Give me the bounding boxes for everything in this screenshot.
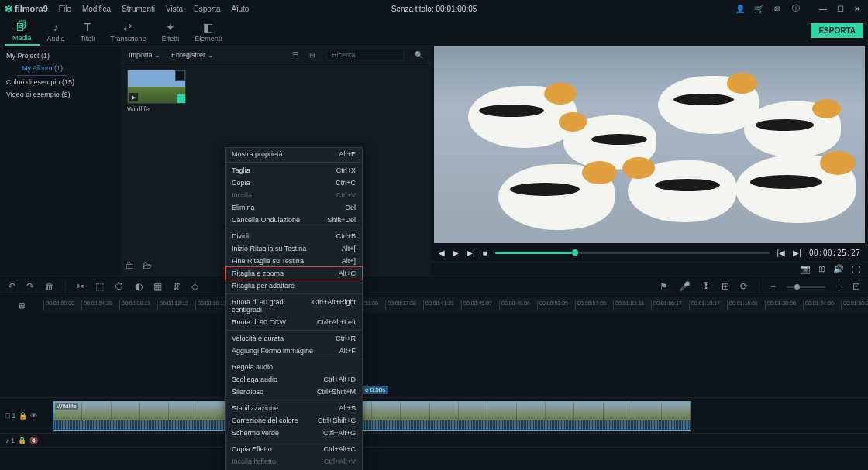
cart-icon[interactable]: 🛒 xyxy=(753,3,764,14)
marker-icon[interactable]: ⚑ xyxy=(660,281,668,292)
tab-titles[interactable]: TTitoli xyxy=(73,19,103,45)
search-icon[interactable]: 🔍 xyxy=(415,51,423,59)
context-item[interactable]: TagliaCtrl+X xyxy=(226,164,362,177)
context-item[interactable]: Fine Ritaglia su TestinaAlt+] xyxy=(226,255,362,267)
zoom-out-icon[interactable]: − xyxy=(770,281,776,292)
fullscreen-icon[interactable]: ⛶ xyxy=(852,265,860,274)
context-item[interactable]: Cancella OndulazioneShift+Del xyxy=(226,214,362,226)
delete-icon[interactable]: 🗑 xyxy=(45,281,54,292)
lock-icon[interactable]: 🔒 xyxy=(18,437,26,444)
context-item[interactable]: Aggiungi Fermo immagineAlt+F xyxy=(226,345,362,357)
new-folder-icon[interactable]: 🗀 xyxy=(126,260,135,271)
context-item[interactable]: Velocità e durataCtrl+R xyxy=(226,332,362,345)
menu-export[interactable]: Esporta xyxy=(194,5,220,13)
view-icon[interactable]: ⊞ xyxy=(722,281,729,292)
menu-edit[interactable]: Modifica xyxy=(82,5,111,13)
lock-icon[interactable]: 🔒 xyxy=(19,412,27,420)
prev-frame-button[interactable]: ◀ xyxy=(439,249,445,257)
filter-icon[interactable]: ☰ xyxy=(292,51,298,59)
context-item[interactable]: Copia EffettoCtrl+Alt+C xyxy=(226,443,362,455)
menu-tools[interactable]: Strumenti xyxy=(122,5,155,13)
menu-view[interactable]: Vista xyxy=(166,5,183,13)
redo-icon[interactable]: ↷ xyxy=(26,281,34,292)
zoom-in-icon[interactable]: + xyxy=(836,281,842,292)
sidebar-item-project[interactable]: My Project (1) xyxy=(2,50,119,62)
context-item[interactable]: Mostra proprietàAlt+E xyxy=(226,148,362,160)
tab-elements[interactable]: ◧Elementi xyxy=(187,19,229,45)
color-icon[interactable]: ◐ xyxy=(135,281,143,292)
maximize-button[interactable]: ☐ xyxy=(834,5,846,13)
export-button[interactable]: ESPORTA xyxy=(811,23,863,38)
context-item[interactable]: Ruota di 90 CCWCtrl+Alt+Left xyxy=(226,316,362,328)
zoom-slider[interactable] xyxy=(787,286,825,288)
play-button[interactable]: ▶ xyxy=(453,249,459,257)
context-item[interactable]: SilenziosoCtrl+Shift+M xyxy=(226,386,362,398)
close-button[interactable]: ✕ xyxy=(851,5,863,13)
duration-badge: e 0.50s xyxy=(362,386,388,394)
media-toolbar: Importa ⌄ Enregistrer ⌄ ☰ ⊞ 🔍 xyxy=(121,46,431,63)
sidebar-item-album[interactable]: My Album (1) xyxy=(2,62,119,75)
sidebar-item-colors[interactable]: Colori di esempio (15) xyxy=(2,76,119,88)
context-item[interactable]: DividiCtrl+B xyxy=(226,230,362,242)
context-item[interactable]: Ritaglia e zoomaAlt+C xyxy=(225,266,363,280)
keyframe-icon[interactable]: ◇ xyxy=(191,281,198,292)
next-clip-button[interactable]: ▶| xyxy=(793,249,801,257)
split-icon[interactable]: ✂ xyxy=(77,281,84,292)
context-item[interactable]: CopiaCtrl+C xyxy=(226,177,362,189)
mute-icon[interactable]: 🔇 xyxy=(29,437,38,444)
media-thumbnail[interactable]: ▶ Wildlife xyxy=(127,70,186,113)
context-item[interactable]: EliminaDel xyxy=(226,201,362,214)
stop-button[interactable]: ■ xyxy=(483,249,487,257)
mixer-icon[interactable]: 🎛 xyxy=(701,281,711,292)
search-input[interactable] xyxy=(326,50,404,60)
timeline-settings-icon[interactable]: ⊞ xyxy=(0,297,43,313)
video-clip[interactable]: Wildlife xyxy=(53,401,691,431)
mic-icon[interactable]: 🎤 xyxy=(679,281,691,292)
render-icon[interactable]: ⟳ xyxy=(740,281,748,292)
context-menu: Mostra proprietàAlt+ETagliaCtrl+XCopiaCt… xyxy=(225,147,363,470)
context-item[interactable]: Inizio Ritaglia su TestinaAlt+[ xyxy=(226,242,362,255)
notification-icon[interactable]: ✉ xyxy=(772,3,783,14)
context-item[interactable]: Scollega audioCtrl+Alt+D xyxy=(226,373,362,386)
tab-effects[interactable]: ✦Effetti xyxy=(153,19,187,45)
preview-video[interactable] xyxy=(434,46,865,243)
eye-icon[interactable]: 👁 xyxy=(30,412,37,420)
context-item[interactable]: Correzione del coloreCtrl+Shift+C xyxy=(226,414,362,427)
context-item[interactable]: StabilizzazioneAlt+S xyxy=(226,402,362,414)
context-item[interactable]: Schermo verdeCtrl+Alt+G xyxy=(226,427,362,439)
context-item[interactable]: Ruota di 90 gradi centigradiCtrl+Alt+Rig… xyxy=(226,296,362,316)
tab-transition[interactable]: ⇄Transizione xyxy=(102,19,153,45)
sidebar-item-videos[interactable]: Video di esempio (9) xyxy=(2,88,119,101)
crop-icon[interactable]: ⬚ xyxy=(95,281,104,292)
transition-icon: ⇄ xyxy=(123,21,133,33)
folder-icon[interactable]: 🗁 xyxy=(143,260,152,271)
speed-icon[interactable]: ⏱ xyxy=(115,281,124,292)
menu-help[interactable]: Aiuto xyxy=(232,5,250,13)
minimize-button[interactable]: — xyxy=(817,5,829,13)
audio-track-body[interactable] xyxy=(43,434,868,447)
preview-progress[interactable] xyxy=(495,252,770,254)
tab-media[interactable]: 🗐Media xyxy=(5,18,40,46)
snapshot-icon[interactable]: 📷 xyxy=(800,264,811,274)
volume-icon[interactable]: 🔊 xyxy=(833,264,844,274)
menu-file[interactable]: File xyxy=(59,5,71,13)
tab-audio[interactable]: ♪Audio xyxy=(40,19,73,45)
green-screen-icon[interactable]: ▦ xyxy=(153,281,162,292)
context-item[interactable]: Ritaglia per adattare xyxy=(226,280,362,292)
timeline-ruler[interactable]: 00:00:00:0000:00:04:2900:00:08:1300:00:1… xyxy=(43,297,868,313)
import-dropdown[interactable]: Importa ⌄ xyxy=(129,51,160,59)
video-track-head: □ 1 🔒 👁 xyxy=(0,412,43,420)
prev-clip-button[interactable]: |◀ xyxy=(777,249,786,257)
next-frame-button[interactable]: ▶| xyxy=(467,249,475,257)
context-item[interactable]: Regola audio xyxy=(226,361,362,373)
record-dropdown[interactable]: Enregistrer ⌄ xyxy=(171,51,214,59)
info-icon[interactable]: ⓘ xyxy=(790,3,801,14)
video-track-body[interactable]: Wildlife xyxy=(43,398,868,433)
clip-label: Wildlife xyxy=(55,403,78,410)
adjust-icon[interactable]: ⇵ xyxy=(173,281,181,292)
quality-icon[interactable]: ⊞ xyxy=(818,264,825,274)
user-icon[interactable]: 👤 xyxy=(735,3,746,14)
zoom-fit-icon[interactable]: ⊡ xyxy=(852,281,860,292)
undo-icon[interactable]: ↶ xyxy=(8,281,16,292)
sort-icon[interactable]: ⊞ xyxy=(309,51,315,59)
